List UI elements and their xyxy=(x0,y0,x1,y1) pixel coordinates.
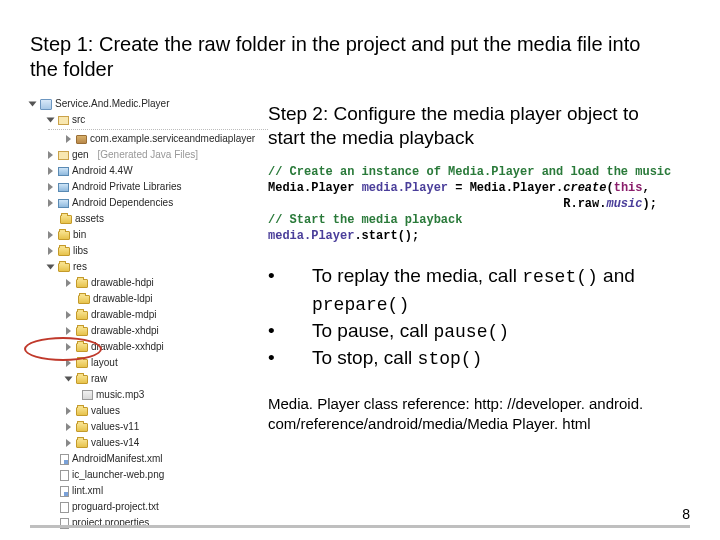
tree-a44w: Android 4.4W xyxy=(72,163,133,179)
tree-dl: drawable-ldpi xyxy=(93,291,152,307)
tree-iclaunch: ic_launcher-web.png xyxy=(72,467,164,483)
tree-assets: assets xyxy=(75,211,104,227)
gen-folder-icon xyxy=(58,151,69,160)
tree-manifest: AndroidManifest.xml xyxy=(72,451,163,467)
txt-file-icon xyxy=(60,502,69,513)
tree-dxxh: drawable-xxhdpi xyxy=(91,339,164,355)
folder-icon xyxy=(76,439,88,448)
tree-lintxml: lint.xml xyxy=(72,483,103,499)
xml-file-icon xyxy=(60,454,69,465)
mp3-file-icon xyxy=(82,390,93,400)
package-explorer: Service.And.Medic.Player src com.example… xyxy=(30,96,250,531)
page-number: 8 xyxy=(682,506,690,522)
tree-v11: values-v11 xyxy=(91,419,139,435)
reference-text: Media. Player class reference: http: //d… xyxy=(268,394,668,433)
folder-icon xyxy=(76,327,88,336)
step1-heading: Step 1: Create the raw folder in the pro… xyxy=(30,32,670,82)
folder-icon xyxy=(58,263,70,272)
folder-icon xyxy=(76,279,88,288)
bottom-rule xyxy=(30,525,690,528)
android-lib-icon xyxy=(58,199,69,208)
tree-dxh: drawable-xhdpi xyxy=(91,323,159,339)
tree-root: Service.And.Medic.Player xyxy=(55,96,170,112)
tree-v14: values-v14 xyxy=(91,435,139,451)
step2-heading: Step 2: Configure the media player objec… xyxy=(268,102,648,150)
raw-folder-icon xyxy=(76,375,88,384)
src-folder-icon xyxy=(58,116,69,125)
bullet-list: To replay the media, call reset() and pr… xyxy=(268,263,690,372)
tree-dm: drawable-mdpi xyxy=(91,307,157,323)
folder-icon xyxy=(76,311,88,320)
project-icon xyxy=(40,99,52,110)
tree-gen: gen xyxy=(72,147,89,163)
tree-projprop: project.properties xyxy=(72,515,149,531)
main-row: Service.And.Medic.Player src com.example… xyxy=(30,96,690,531)
bullet-pause: To pause, call pause() xyxy=(312,318,690,345)
bullet-replay: To replay the media, call reset() and pr… xyxy=(312,263,690,317)
android-lib-icon xyxy=(58,183,69,192)
folder-icon xyxy=(76,343,88,352)
tree-dh: drawable-hdpi xyxy=(91,275,154,291)
code-block: // Create an instance of Media.Player an… xyxy=(268,164,690,245)
tree-layout: layout xyxy=(91,355,118,371)
tree-res: res xyxy=(73,259,87,275)
bullet-stop: To stop, call stop() xyxy=(312,345,690,372)
folder-icon xyxy=(76,423,88,432)
folder-icon xyxy=(76,407,88,416)
tree-gen-note: [Generated Java Files] xyxy=(97,147,198,163)
tree-bin: bin xyxy=(73,227,86,243)
folder-icon xyxy=(60,215,72,224)
tree-pkg: com.example.serviceandmediaplayer xyxy=(90,131,255,147)
tree-adep: Android Dependencies xyxy=(72,195,173,211)
android-lib-icon xyxy=(58,167,69,176)
tree-libs: libs xyxy=(73,243,88,259)
slide: Step 1: Create the raw folder in the pro… xyxy=(0,0,720,540)
tree-values: values xyxy=(91,403,120,419)
tree-mp3: music.mp3 xyxy=(96,387,144,403)
png-file-icon xyxy=(60,470,69,481)
folder-icon xyxy=(58,231,70,240)
folder-icon xyxy=(58,247,70,256)
package-icon xyxy=(76,135,87,144)
tree-raw: raw xyxy=(91,371,107,387)
tree-proguard: proguard-project.txt xyxy=(72,499,159,515)
right-column: Step 2: Configure the media player objec… xyxy=(268,96,690,531)
folder-icon xyxy=(76,359,88,368)
xml-file-icon xyxy=(60,486,69,497)
tree-src: src xyxy=(72,112,85,128)
folder-icon xyxy=(78,295,90,304)
tree-apl: Android Private Libraries xyxy=(72,179,182,195)
